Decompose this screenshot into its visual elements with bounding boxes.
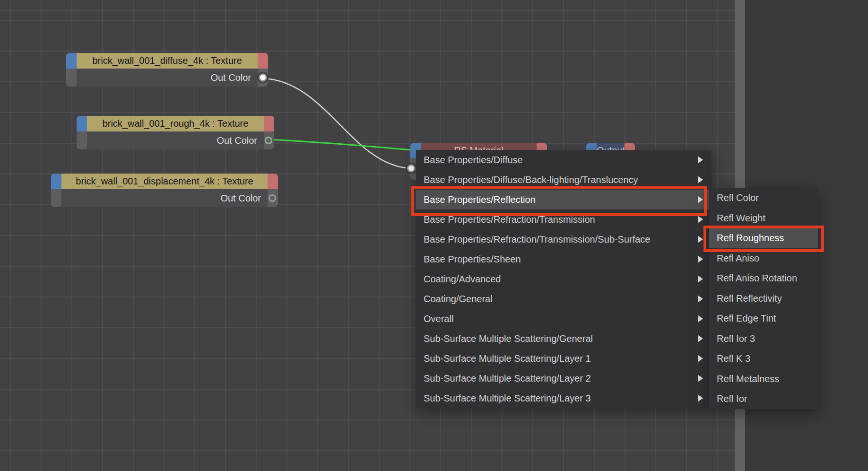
submenu-item-refl-k-3[interactable]: Refl K 3 (709, 349, 818, 369)
node-input-tab-icon (77, 116, 87, 131)
node-output-tab-icon (268, 174, 278, 189)
submenu-item-refl-edge-tint[interactable]: Refl Edge Tint (709, 308, 818, 329)
menu-item-base-diffuse[interactable]: Base Properties/Diffuse (416, 150, 712, 170)
node-output-tab-icon (264, 116, 274, 131)
submenu-item-refl-ior-3[interactable]: Refl Ior 3 (709, 329, 818, 349)
submenu-item-refl-weight[interactable]: Refl Weight (709, 208, 818, 228)
submenu-arrow-icon (698, 276, 703, 282)
input-socket[interactable] (407, 164, 416, 173)
node-titlebar[interactable]: brick_wall_001_displacement_4k : Texture (51, 174, 278, 189)
node-texture-displacement[interactable]: brick_wall_001_displacement_4k : Texture… (51, 174, 278, 207)
node-body: Out Color (77, 131, 274, 149)
submenu-arrow-icon (698, 176, 703, 183)
annotation-box-reflection (411, 186, 707, 216)
submenu-arrow-icon (698, 335, 703, 342)
menu-item-sss-layer3[interactable]: Sub-Surface Multiple Scattering/Layer 3 (416, 388, 712, 408)
node-editor-stage: brick_wall_001_diffuse_4k : Texture Out … (0, 0, 868, 471)
submenu-arrow-icon (698, 355, 703, 362)
node-input-column (77, 131, 87, 149)
out-color-socket[interactable] (269, 194, 276, 202)
output-port-label: Out Color (220, 189, 261, 207)
out-color-socket[interactable] (259, 73, 267, 82)
menu-item-coating-general[interactable]: Coating/General (416, 289, 712, 309)
node-input-tab-icon (66, 53, 77, 69)
node-title: brick_wall_001_displacement_4k : Texture (61, 174, 268, 189)
submenu-arrow-icon (698, 315, 703, 322)
node-output-tab-icon (258, 53, 268, 69)
submenu-arrow-icon (698, 395, 703, 401)
menu-item-coating-advanced[interactable]: Coating/Advanced (416, 269, 712, 289)
menu-item-base-sheen[interactable]: Base Properties/Sheen (416, 249, 712, 269)
wire-diffuse-to-material[interactable] (264, 78, 410, 168)
submenu-arrow-icon (698, 375, 703, 382)
submenu-item-refl-aniso-rotation[interactable]: Refl Aniso Rotation (709, 268, 818, 288)
menu-item-overall[interactable]: Overall (416, 309, 712, 329)
submenu-arrow-icon (698, 256, 703, 262)
submenu-arrow-icon (698, 296, 703, 302)
node-titlebar[interactable]: brick_wall_001_diffuse_4k : Texture (66, 53, 268, 69)
menu-item-sss-layer1[interactable]: Sub-Surface Multiple Scattering/Layer 1 (416, 349, 712, 368)
node-texture-rough[interactable]: brick_wall_001_rough_4k : Texture Out Co… (77, 116, 274, 149)
submenu-item-refl-color[interactable]: Refl Color (709, 188, 818, 208)
node-input-tab-icon (51, 174, 61, 189)
menu-item-sss-general[interactable]: Sub-Surface Multiple Scattering/General (416, 329, 712, 349)
output-port-label: Out Color (210, 69, 251, 87)
node-title: brick_wall_001_rough_4k : Texture (87, 116, 264, 131)
node-titlebar[interactable]: brick_wall_001_rough_4k : Texture (77, 116, 274, 131)
node-title: brick_wall_001_diffuse_4k : Texture (77, 53, 258, 69)
submenu-item-refl-reflectivity[interactable]: Refl Reflectivity (709, 288, 818, 309)
node-input-column (66, 69, 77, 87)
annotation-box-refl-roughness (703, 226, 824, 252)
reflection-submenu: Refl Color Refl Weight Refl Roughness Re… (709, 188, 818, 409)
node-body: Out Color (51, 189, 278, 207)
submenu-arrow-icon (698, 216, 703, 223)
submenu-item-refl-ior[interactable]: Refl Ior (709, 389, 818, 409)
wire-rough-to-material[interactable] (269, 140, 422, 151)
node-body: Out Color (66, 69, 268, 87)
node-input-column (51, 189, 61, 207)
output-port-label: Out Color (217, 131, 257, 149)
submenu-arrow-icon (698, 157, 703, 163)
submenu-item-refl-metalness[interactable]: Refl Metalness (709, 369, 818, 389)
submenu-arrow-icon (698, 236, 703, 243)
menu-item-sss-layer2[interactable]: Sub-Surface Multiple Scattering/Layer 2 (416, 368, 712, 388)
out-color-socket[interactable] (265, 137, 272, 144)
menu-item-base-refraction-subsurface[interactable]: Base Properties/Refraction/Transmission/… (416, 229, 712, 249)
node-texture-diffuse[interactable]: brick_wall_001_diffuse_4k : Texture Out … (66, 53, 268, 87)
